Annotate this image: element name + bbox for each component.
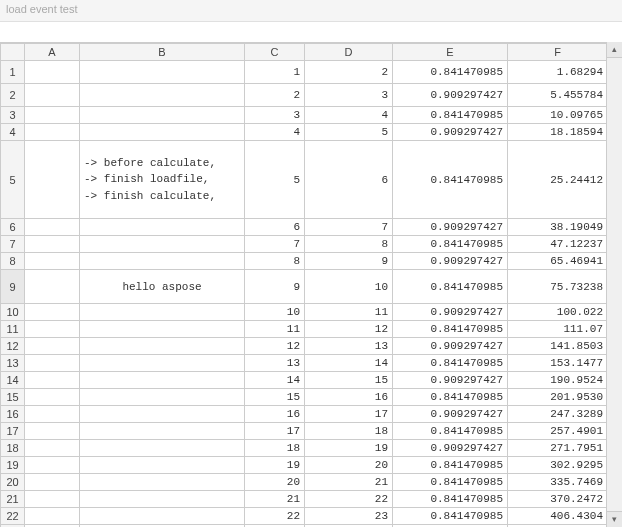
cell[interactable]: 0.909297427 — [393, 372, 508, 389]
cell[interactable]: 10.09765 — [508, 107, 608, 124]
cell[interactable]: 201.9530 — [508, 389, 608, 406]
cell[interactable]: 0.909297427 — [393, 219, 508, 236]
cell[interactable] — [25, 338, 80, 355]
cell[interactable]: 12 — [245, 338, 305, 355]
cell[interactable] — [80, 107, 245, 124]
cell[interactable] — [80, 338, 245, 355]
cell[interactable] — [25, 457, 80, 474]
cell[interactable] — [80, 440, 245, 457]
cell[interactable]: hello aspose — [80, 270, 245, 304]
cell[interactable]: 14 — [305, 355, 393, 372]
cell[interactable]: 18 — [305, 423, 393, 440]
spreadsheet-viewport[interactable]: A B C D E F 1120.8414709851.682942230.90… — [0, 42, 622, 527]
row-header[interactable]: 13 — [1, 355, 25, 372]
cell[interactable]: 4 — [305, 107, 393, 124]
cell[interactable]: 5 — [305, 124, 393, 141]
col-header-A[interactable]: A — [25, 44, 80, 61]
cell[interactable]: 2 — [305, 61, 393, 84]
cell[interactable]: 10 — [245, 304, 305, 321]
cell[interactable] — [80, 321, 245, 338]
cell[interactable]: 0.841470985 — [393, 107, 508, 124]
row-header[interactable]: 16 — [1, 406, 25, 423]
cell[interactable]: 65.46941 — [508, 253, 608, 270]
col-header-C[interactable]: C — [245, 44, 305, 61]
cell[interactable] — [80, 457, 245, 474]
cell[interactable]: 23 — [305, 508, 393, 525]
cell[interactable] — [25, 236, 80, 253]
cell[interactable]: 17 — [305, 406, 393, 423]
cell[interactable]: 8 — [245, 253, 305, 270]
cell[interactable] — [25, 270, 80, 304]
cell[interactable] — [25, 474, 80, 491]
cell[interactable] — [80, 236, 245, 253]
scroll-up-arrow-icon[interactable]: ▴ — [607, 42, 622, 58]
cell[interactable]: 0.841470985 — [393, 270, 508, 304]
cell[interactable]: 7 — [245, 236, 305, 253]
cell[interactable]: 3 — [305, 84, 393, 107]
cell[interactable]: 0.909297427 — [393, 253, 508, 270]
cell[interactable] — [25, 141, 80, 219]
cell[interactable]: -> before calculate, -> finish loadfile,… — [80, 141, 245, 219]
cell[interactable] — [80, 474, 245, 491]
cell[interactable]: 0.841470985 — [393, 423, 508, 440]
cell[interactable]: 47.12237 — [508, 236, 608, 253]
cell[interactable] — [25, 107, 80, 124]
row-header[interactable]: 2 — [1, 84, 25, 107]
cell[interactable]: 0.841470985 — [393, 508, 508, 525]
row-header[interactable]: 6 — [1, 219, 25, 236]
cell[interactable]: 3 — [245, 107, 305, 124]
cell[interactable]: 141.8503 — [508, 338, 608, 355]
col-header-F[interactable]: F — [508, 44, 608, 61]
cell[interactable]: 13 — [305, 338, 393, 355]
cell[interactable]: 190.9524 — [508, 372, 608, 389]
cell[interactable] — [80, 389, 245, 406]
cell[interactable]: 22 — [245, 508, 305, 525]
cell[interactable]: 18 — [245, 440, 305, 457]
cell[interactable]: 0.841470985 — [393, 236, 508, 253]
cell[interactable] — [25, 440, 80, 457]
cell[interactable]: 0.909297427 — [393, 338, 508, 355]
cell[interactable]: 21 — [245, 491, 305, 508]
cell[interactable]: 0.841470985 — [393, 474, 508, 491]
cell[interactable]: 14 — [245, 372, 305, 389]
row-header[interactable]: 22 — [1, 508, 25, 525]
cell[interactable]: 16 — [245, 406, 305, 423]
cell[interactable] — [25, 423, 80, 440]
cell[interactable]: 15 — [305, 372, 393, 389]
cell[interactable]: 6 — [305, 141, 393, 219]
cell[interactable]: 11 — [245, 321, 305, 338]
cell[interactable] — [80, 253, 245, 270]
cell[interactable]: 2 — [245, 84, 305, 107]
cell[interactable]: 6 — [245, 219, 305, 236]
cell[interactable]: 0.841470985 — [393, 61, 508, 84]
cell[interactable]: 20 — [245, 474, 305, 491]
row-header[interactable]: 14 — [1, 372, 25, 389]
cell[interactable]: 370.2472 — [508, 491, 608, 508]
col-header-D[interactable]: D — [305, 44, 393, 61]
row-header[interactable]: 18 — [1, 440, 25, 457]
cell[interactable]: 153.1477 — [508, 355, 608, 372]
cell[interactable]: 5 — [245, 141, 305, 219]
row-header[interactable]: 20 — [1, 474, 25, 491]
scroll-down-arrow-icon[interactable]: ▾ — [607, 511, 622, 527]
row-header[interactable]: 19 — [1, 457, 25, 474]
cell[interactable] — [25, 304, 80, 321]
cell[interactable] — [80, 124, 245, 141]
row-header[interactable]: 7 — [1, 236, 25, 253]
cell[interactable]: 19 — [305, 440, 393, 457]
cell[interactable]: 0.909297427 — [393, 304, 508, 321]
cell[interactable] — [80, 61, 245, 84]
cell[interactable]: 21 — [305, 474, 393, 491]
cell[interactable]: 0.841470985 — [393, 355, 508, 372]
corner-cell[interactable] — [1, 44, 25, 61]
cell[interactable]: 75.73238 — [508, 270, 608, 304]
cell[interactable] — [80, 219, 245, 236]
vertical-scrollbar[interactable]: ▴ ▾ — [606, 42, 622, 527]
cell[interactable] — [25, 253, 80, 270]
cell[interactable]: 335.7469 — [508, 474, 608, 491]
cell[interactable]: 10 — [305, 270, 393, 304]
cell[interactable]: 7 — [305, 219, 393, 236]
col-header-B[interactable]: B — [80, 44, 245, 61]
cell[interactable]: 9 — [245, 270, 305, 304]
cell[interactable]: 0.909297427 — [393, 440, 508, 457]
